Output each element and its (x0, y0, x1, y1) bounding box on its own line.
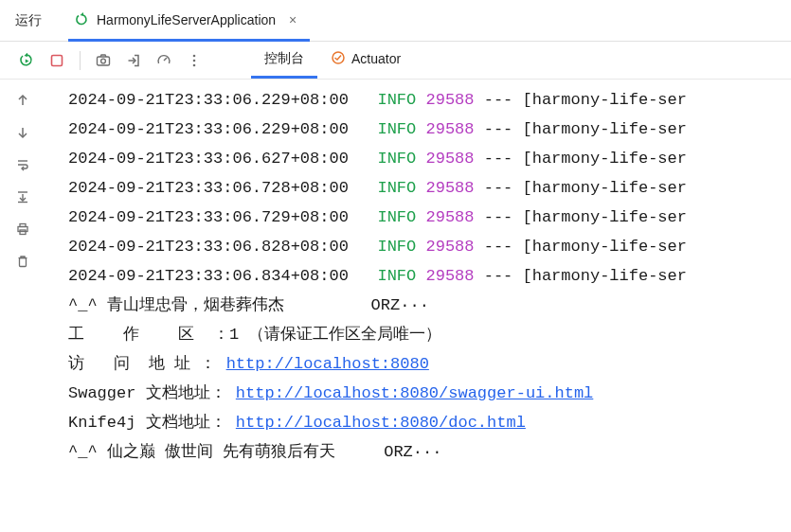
swagger-line: Swagger 文档地址： http://localhost:8080/swag… (68, 379, 791, 408)
soft-wrap-button[interactable] (9, 151, 36, 178)
svg-point-4 (193, 59, 196, 62)
banner-line: ^_^ 青山埋忠骨，烟巷葬伟杰 ORZ··· (68, 291, 791, 320)
tab-console[interactable]: 控制台 (251, 42, 317, 79)
tool-window-body: 2024-09-21T23:33:06.229+08:00 INFO 29588… (0, 80, 791, 532)
toolbar-separator (80, 51, 81, 70)
run-config-tab[interactable]: HarmonyLifeServerApplication × (68, 1, 310, 42)
svg-point-5 (193, 63, 196, 66)
knife-line: Knife4j 文档地址： http://localhost:8080/doc.… (68, 408, 791, 437)
tab-actuator-label: Actuator (351, 51, 401, 66)
log-line: 2024-09-21T23:33:06.828+08:00 INFO 29588… (68, 232, 791, 261)
screenshot-button[interactable] (90, 47, 117, 74)
log-line: 2024-09-21T23:33:06.627+08:00 INFO 29588… (68, 144, 791, 173)
log-line: 2024-09-21T23:33:06.229+08:00 INFO 29588… (68, 85, 791, 115)
close-tab-button[interactable]: × (289, 12, 297, 27)
swagger-url-link[interactable]: http://localhost:8080/swagger-ui.html (236, 384, 593, 402)
svg-rect-9 (20, 230, 26, 235)
scroll-up-button[interactable] (9, 87, 36, 114)
run-tabs: HarmonyLifeServerApplication × (68, 0, 310, 41)
run-title: 运行 (15, 12, 42, 29)
run-config-name: HarmonyLifeServerApplication (97, 12, 276, 27)
banner-end-line: ^_^ 仙之巅 傲世间 先有萌狼后有天 ORZ··· (68, 437, 791, 467)
svg-rect-10 (20, 258, 27, 267)
more-button[interactable] (181, 47, 207, 74)
stop-button[interactable] (44, 47, 70, 74)
console-output[interactable]: 2024-09-21T23:33:06.229+08:00 INFO 29588… (45, 80, 791, 532)
scroll-to-end-button[interactable] (9, 184, 36, 210)
log-line: 2024-09-21T23:33:06.729+08:00 INFO 29588… (68, 203, 791, 232)
scroll-down-button[interactable] (9, 119, 36, 146)
tab-console-label: 控制台 (264, 50, 304, 67)
rerun-tab-icon (74, 12, 89, 27)
rerun-button[interactable] (13, 47, 40, 74)
access-url-link[interactable]: http://localhost:8080 (226, 355, 429, 373)
svg-point-2 (101, 59, 106, 63)
svg-point-3 (193, 54, 196, 57)
run-toolbar: 控制台 Actuator (0, 42, 791, 80)
work-line: 工 作 区 ：1 （请保证工作区全局唯一） (68, 320, 791, 349)
knife-url-link[interactable]: http://localhost:8080/doc.html (236, 414, 526, 432)
output-tabs: 控制台 Actuator (251, 42, 414, 79)
tab-actuator[interactable]: Actuator (317, 42, 414, 79)
log-line: 2024-09-21T23:33:06.728+08:00 INFO 29588… (68, 173, 791, 203)
exit-button[interactable] (120, 47, 147, 74)
log-line: 2024-09-21T23:33:06.834+08:00 INFO 29588… (68, 261, 791, 291)
delete-button[interactable] (9, 248, 36, 275)
console-side-toolbar (0, 80, 45, 532)
actuator-icon (331, 50, 346, 68)
address-line: 访 问 地 址 ： http://localhost:8080 (68, 349, 791, 379)
print-button[interactable] (9, 216, 36, 242)
svg-rect-0 (52, 55, 63, 65)
log-line: 2024-09-21T23:33:06.229+08:00 INFO 29588… (68, 115, 791, 144)
svg-rect-1 (98, 57, 110, 65)
run-tool-window-header: 运行 HarmonyLifeServerApplication × (0, 0, 791, 42)
profiler-button[interactable] (151, 47, 177, 74)
